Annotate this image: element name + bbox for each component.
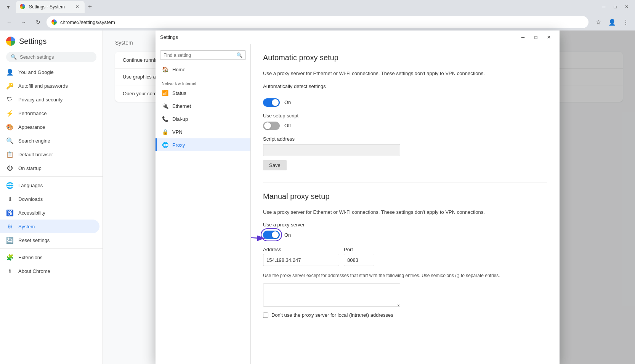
win-nav-home[interactable]: 🏠 Home xyxy=(156,63,250,76)
forward-button[interactable]: → xyxy=(18,16,30,28)
script-address-input[interactable] xyxy=(263,144,400,156)
startup-icon: ⏻ xyxy=(6,164,14,172)
win-nav-proxy-label: Proxy xyxy=(172,142,185,148)
save-button[interactable]: Save xyxy=(263,160,287,170)
close-button[interactable]: ✕ xyxy=(621,2,632,12)
win-maximize-button[interactable]: □ xyxy=(530,31,542,43)
sidebar-label-search-engine: Search engine xyxy=(18,138,50,144)
settings-tab[interactable]: Settings - System ✕ xyxy=(16,1,85,13)
port-input[interactable] xyxy=(344,254,374,266)
win-search-box[interactable]: 🔍 xyxy=(160,50,246,60)
auto-detect-toggle-row: On xyxy=(263,98,547,107)
win-sidebar: 🔍 🏠 Home Network & Internet 📶 Status 🔌 xyxy=(156,44,251,364)
win-close-button[interactable]: ✕ xyxy=(543,31,555,43)
win-nav-dialup[interactable]: 📞 Dial-up xyxy=(156,112,250,125)
system-icon: ⚙ xyxy=(6,223,14,230)
address-field-group: Address xyxy=(263,247,339,266)
languages-icon: 🌐 xyxy=(6,181,14,189)
sidebar-search-wrap[interactable]: 🔍 xyxy=(6,52,96,62)
sidebar-item-downloads[interactable]: ⬇ Downloads xyxy=(0,192,99,206)
win-nav-vpn[interactable]: 🔒 VPN xyxy=(156,125,250,138)
tab-favicon xyxy=(20,4,26,10)
chrome-favicon xyxy=(51,19,57,25)
auto-detect-knob xyxy=(272,99,279,106)
address-bar[interactable]: chrome://settings/system xyxy=(47,16,588,28)
sidebar-item-search-engine[interactable]: 🔍 Search engine xyxy=(0,134,99,148)
sidebar-nav: 👤 You and Google 🔑 Autofill and password… xyxy=(0,65,103,278)
win-nav-section: Network & Internet 📶 Status 🔌 Ethernet 📞… xyxy=(156,76,250,154)
sidebar-label-accessibility: Accessibility xyxy=(18,210,45,216)
menu-button[interactable]: ⋮ xyxy=(620,16,632,28)
sidebar-item-you-and-google[interactable]: 👤 You and Google xyxy=(0,65,99,79)
win-dialog-controls: ─ □ ✕ xyxy=(517,31,555,43)
sidebar-header: Settings xyxy=(0,30,103,49)
auto-detect-row: Automatically detect settings xyxy=(263,83,547,92)
sidebar-item-autofill[interactable]: 🔑 Autofill and passwords xyxy=(0,79,99,93)
sidebar-item-privacy[interactable]: 🛡 Privacy and security xyxy=(0,93,99,106)
person-icon: 👤 xyxy=(6,68,14,76)
search-input[interactable] xyxy=(20,54,92,60)
exclude-description: Use the proxy server except for addresse… xyxy=(263,272,547,279)
use-proxy-toggle-section: On xyxy=(263,231,547,239)
tab-nav-buttons: ▼ xyxy=(3,2,14,12)
sidebar-label-appearance: Appearance xyxy=(18,124,45,130)
win-nav-section-header: Network & Internet xyxy=(156,79,250,87)
tab-close-button[interactable]: ✕ xyxy=(74,3,81,10)
setup-script-toggle-row: Off xyxy=(263,122,547,130)
sidebar-label-about: About Chrome xyxy=(18,268,50,274)
win-nav-status-label: Status xyxy=(172,90,186,96)
sidebar-divider xyxy=(0,176,103,177)
address-port-row: Address Port xyxy=(263,247,547,266)
win-minimize-button[interactable]: ─ xyxy=(517,31,529,43)
sidebar-item-accessibility[interactable]: ♿ Accessibility xyxy=(0,206,99,220)
sidebar-item-system[interactable]: ⚙ System xyxy=(0,220,99,233)
download-icon: ⬇ xyxy=(6,195,14,203)
profile-button[interactable]: 👤 xyxy=(606,16,618,28)
address-bar-row: ← → ↻ chrome://settings/system ☆ 👤 ⋮ xyxy=(0,14,635,30)
sidebar-label-autofill: Autofill and passwords xyxy=(18,83,68,89)
vpn-icon: 🔒 xyxy=(162,128,168,135)
sidebar-title: Settings xyxy=(19,37,47,46)
sidebar-item-about[interactable]: ℹ About Chrome xyxy=(0,264,99,278)
sidebar-item-appearance[interactable]: 🎨 Appearance xyxy=(0,120,99,134)
setup-script-toggle[interactable] xyxy=(263,122,280,130)
search-engine-icon: 🔍 xyxy=(6,137,14,144)
exclude-textarea[interactable] xyxy=(263,284,400,306)
new-tab-button[interactable]: + xyxy=(85,2,95,12)
tab-list-button[interactable]: ▼ xyxy=(3,2,14,12)
reload-button[interactable]: ↻ xyxy=(32,16,44,28)
use-proxy-toggle[interactable] xyxy=(263,231,280,239)
win-dialog-title-text: Settings xyxy=(160,34,517,40)
win-nav-proxy[interactable]: 🌐 Proxy xyxy=(156,138,250,151)
sidebar-label-on-startup: On startup xyxy=(18,165,42,171)
bookmark-button[interactable]: ☆ xyxy=(592,16,605,28)
sidebar-item-languages[interactable]: 🌐 Languages xyxy=(0,178,99,192)
win-nav-home-label: Home xyxy=(172,67,186,72)
sidebar-item-on-startup[interactable]: ⏻ On startup xyxy=(0,161,99,175)
dont-use-local-label: Don't use the proxy server for local (in… xyxy=(271,312,393,318)
sidebar-label-default-browser: Default browser xyxy=(18,152,53,157)
sidebar-label-languages: Languages xyxy=(18,183,43,188)
sidebar-label-you-and-google: You and Google xyxy=(18,69,54,75)
auto-proxy-section: Automatic proxy setup Use a proxy server… xyxy=(263,53,547,180)
section-divider xyxy=(263,183,547,183)
sidebar-item-reset[interactable]: 🔄 Reset settings xyxy=(0,233,99,247)
use-proxy-toggle-row: On xyxy=(263,231,547,239)
win-nav-ethernet[interactable]: 🔌 Ethernet xyxy=(156,99,250,112)
sidebar-divider-2 xyxy=(0,249,103,249)
back-button[interactable]: ← xyxy=(3,16,15,28)
sidebar-item-default-browser[interactable]: 📋 Default browser xyxy=(0,148,99,161)
minimize-button[interactable]: ─ xyxy=(598,2,609,12)
about-icon: ℹ xyxy=(6,267,14,275)
dont-use-local-checkbox[interactable] xyxy=(263,313,268,318)
win-search-input[interactable] xyxy=(164,53,234,58)
address-input[interactable] xyxy=(263,254,339,266)
win-search-icon: 🔍 xyxy=(236,52,242,58)
win-nav-status[interactable]: 📶 Status xyxy=(156,87,250,99)
script-address-section: Script address Save xyxy=(263,136,547,180)
sidebar-item-extensions[interactable]: 🧩 Extensions xyxy=(0,250,99,264)
auto-detect-toggle[interactable] xyxy=(263,98,280,107)
sidebar-item-performance[interactable]: ⚡ Performance xyxy=(0,106,99,120)
maximize-button[interactable]: □ xyxy=(610,2,621,12)
toolbar-icons: ☆ 👤 ⋮ xyxy=(592,16,632,28)
